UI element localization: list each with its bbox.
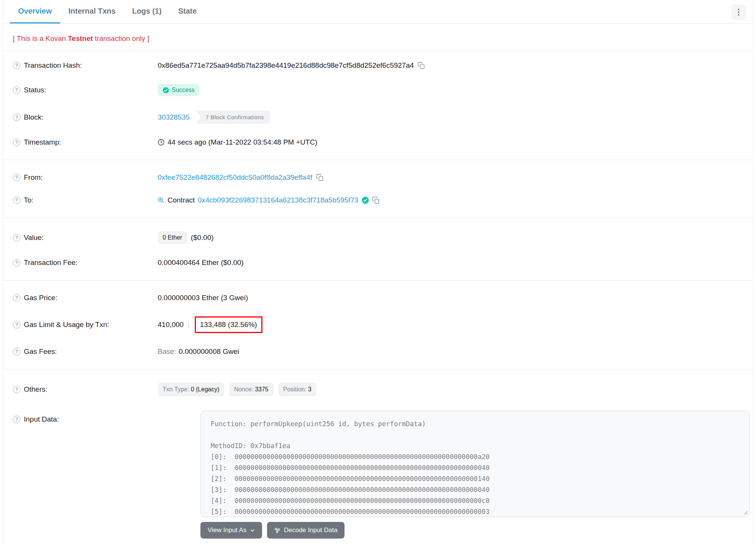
divider (3, 160, 753, 160)
transaction-fee-value: 0.000400464 Ether ($0.00) (158, 258, 244, 267)
row-label: Block: (24, 113, 43, 121)
more-options-button[interactable] (731, 5, 746, 20)
resize-grip-icon[interactable] (742, 509, 748, 515)
status-badge: Success (158, 84, 199, 96)
to-contract-prefix: Contract (168, 196, 195, 204)
help-icon: ? (13, 321, 20, 329)
copy-to-address-button[interactable] (372, 196, 380, 204)
row-transaction-fee: ? Transaction Fee: 0.000400464 Ether ($0… (3, 251, 753, 274)
from-address-link[interactable]: 0xfee7522e8482682cf50ddc50a0f8da2a39effa… (158, 173, 312, 182)
input-data-word: [1]: 00000000000000000000000000000000000… (211, 462, 740, 473)
clock-icon (158, 139, 165, 146)
row-from: ? From: 0xfee7522e8482682cf50ddc50a0f8da… (3, 166, 753, 189)
help-icon: ? (13, 196, 20, 204)
row-input-data: ? Input Data: Function: performUpkeep(ui… (3, 403, 753, 545)
to-address-link[interactable]: 0x4cb093f226983713164a62138c3f718a5b595f… (198, 196, 359, 204)
input-data-word: [4]: 00000000000000000000000000000000000… (211, 495, 740, 506)
row-label: Gas Price: (24, 294, 57, 302)
row-label: From: (24, 173, 43, 182)
help-icon: ? (13, 86, 20, 94)
tab-bar: Overview Internal Txns Logs (1) State (3, 0, 753, 24)
row-gas-fees: ? Gas Fees: Base: 0.000000008 Gwei (3, 340, 753, 363)
gas-price-value: 0.000000003 Ether (3 Gwei) (158, 294, 248, 302)
row-label: Timestamp: (24, 138, 61, 146)
gas-fees-base-value: 0.000000008 Gwei (179, 347, 239, 356)
verified-check-icon (362, 196, 369, 204)
divider (3, 218, 753, 218)
timestamp-value: 44 secs ago (Mar-11-2022 03:54:48 PM +UT… (168, 138, 317, 146)
tab-state[interactable]: State (170, 0, 205, 23)
row-label: Gas Limit & Usage by Txn: (24, 321, 109, 329)
txn-type-badge: Txn Type: 0 (Legacy) (158, 383, 224, 396)
row-to: ? To: Contract 0x4cb093f226983713164a621… (3, 189, 753, 212)
position-badge: Position: 3 (278, 383, 317, 396)
input-data-word: [0]: 00000000000000000000000000000000000… (211, 452, 740, 462)
decode-input-data-button[interactable]: Decode Input Data (267, 522, 345, 539)
help-icon: ? (13, 139, 20, 146)
testnet-notice: [ This is a Kovan Testnet transaction on… (3, 24, 753, 43)
value-ether-badge: 0 Ether (158, 231, 187, 244)
row-status: ? Status: Success (3, 77, 753, 103)
overview-group-5: ? Others: Txn Type: 0 (Legacy) Nonce: 33… (3, 372, 753, 545)
row-gas-limit-usage: ? Gas Limit & Usage by Txn: 410,000 | 13… (3, 309, 753, 340)
tab-overview[interactable]: Overview (10, 0, 60, 23)
help-icon: ? (13, 114, 20, 121)
transaction-hash-value: 0x86ed5a771e725aa94d5b7fa2398e4419e216d8… (158, 61, 414, 70)
kebab-icon (738, 9, 739, 10)
decode-icon (274, 527, 281, 534)
row-others: ? Others: Txn Type: 0 (Legacy) Nonce: 33… (3, 375, 753, 403)
row-value: ? Value: 0 Ether ($0.00) (3, 224, 753, 251)
gas-usage-highlight: 133,488 (32.56%) (195, 316, 262, 333)
overview-group-4: ? Gas Price: 0.000000003 Ether (3 Gwei) … (3, 283, 753, 366)
nonce-badge: Nonce: 3375 (229, 383, 273, 396)
divider (3, 280, 753, 280)
input-data-word: [5]: 00000000000000000000000000000000000… (211, 506, 740, 517)
copy-icon (418, 62, 425, 69)
help-icon: ? (13, 416, 20, 423)
input-data-textarea[interactable]: Function: performUpkeep(uint256 id, byte… (200, 411, 750, 517)
row-gas-price: ? Gas Price: 0.000000003 Ether (3 Gwei) (3, 287, 753, 309)
row-label: Transaction Hash: (24, 61, 82, 70)
tab-internal-txns[interactable]: Internal Txns (60, 0, 124, 23)
gas-fees-base-label: Base: (158, 347, 176, 356)
help-icon: ? (13, 174, 20, 181)
input-data-word: [3]: 00000000000000000000000000000000000… (211, 484, 740, 495)
transaction-details-card: Overview Internal Txns Logs (1) State [ … (3, 0, 753, 545)
input-data-methodid: MethodID: 0x7bbaf1ea (211, 441, 740, 452)
copy-icon (316, 174, 324, 181)
row-block: ? Block: 30328535 7 Block Confirmations (3, 103, 753, 131)
help-icon: ? (13, 234, 20, 241)
row-label: Status: (24, 86, 46, 94)
row-label: To: (24, 196, 33, 204)
overview-group-2: ? From: 0xfee7522e8482682cf50ddc50a0f8da… (3, 163, 753, 215)
row-label: Others: (24, 385, 47, 394)
row-timestamp: ? Timestamp: 44 secs ago (Mar-11-2022 03… (3, 131, 753, 154)
row-label: Value: (24, 234, 43, 242)
view-input-as-button[interactable]: View Input As (200, 522, 262, 539)
value-usd: ($0.00) (191, 234, 214, 242)
input-data-word: [2]: 00000000000000000000000000000000000… (211, 473, 740, 484)
overview-group-1: ? Transaction Hash: 0x86ed5a771e725aa94d… (3, 51, 753, 157)
gas-limit-value: 410,000 (158, 321, 184, 329)
help-icon: ? (13, 62, 20, 69)
input-data-function: Function: performUpkeep(uint256 id, byte… (211, 419, 740, 430)
row-transaction-hash: ? Transaction Hash: 0x86ed5a771e725aa94d… (3, 54, 753, 77)
copy-icon (372, 196, 380, 204)
copy-hash-button[interactable] (418, 62, 425, 69)
row-label: Gas Fees: (24, 347, 57, 356)
divider (3, 369, 753, 369)
zoom-in-icon[interactable] (158, 197, 165, 204)
gas-separator: | (185, 321, 192, 329)
copy-from-address-button[interactable] (316, 174, 324, 181)
tab-logs[interactable]: Logs (1) (124, 0, 170, 23)
help-icon: ? (13, 386, 20, 393)
block-number-link[interactable]: 30328535 (158, 113, 190, 121)
row-label: Input Data: (24, 415, 59, 424)
help-icon: ? (13, 259, 20, 266)
chevron-down-icon (250, 528, 255, 533)
help-icon: ? (13, 294, 20, 302)
overview-group-3: ? Value: 0 Ether ($0.00) ? Transaction F… (3, 221, 753, 277)
row-label: Transaction Fee: (24, 258, 78, 267)
check-circle-icon (163, 87, 169, 93)
help-icon: ? (13, 348, 20, 355)
